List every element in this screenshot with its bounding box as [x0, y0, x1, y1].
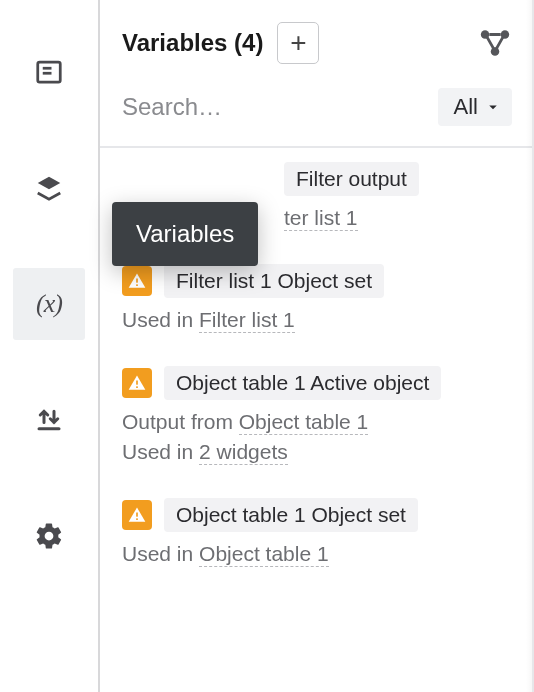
variable-item[interactable]: Object table 1 Object set Used in Object… [122, 484, 512, 586]
gear-icon [34, 521, 64, 551]
filter-label: All [454, 94, 478, 120]
variable-meta: ter list 1 [284, 206, 512, 230]
variables-list: Filter list 1 Filter outputFilter output… [100, 148, 534, 586]
variable-name: Filter list 1 Filter outputFilter output [284, 162, 419, 196]
variable-name: Filter list 1 Object set [164, 264, 384, 298]
svg-rect-9 [136, 279, 138, 283]
variable-meta: Used in Object table 1 [122, 542, 512, 566]
variable-item[interactable]: Filter list 1 Object set Used in Filter … [122, 250, 512, 352]
graph-icon [478, 26, 512, 60]
variable-name: Object table 1 Active object [164, 366, 441, 400]
variable-meta: Used in 2 widgets [122, 440, 512, 464]
panel-header: Variables (4) + [100, 0, 534, 80]
filter-dropdown[interactable]: All [438, 88, 512, 126]
meta-link[interactable]: Filter list 1 [199, 308, 295, 333]
scrollbar-track[interactable] [526, 0, 534, 692]
warning-icon [122, 368, 152, 398]
svg-rect-10 [136, 284, 138, 286]
import-export-icon [34, 405, 64, 435]
plus-icon: + [290, 29, 306, 57]
variable-meta: Output from Object table 1 [122, 410, 512, 434]
variable-meta: Used in Filter list 1 [122, 308, 512, 332]
svg-rect-11 [136, 381, 138, 385]
svg-rect-14 [136, 518, 138, 520]
rail-item-settings[interactable] [13, 500, 85, 572]
chevron-down-icon [484, 98, 502, 116]
variable-name: Object table 1 Object set [164, 498, 418, 532]
variables-panel: Variables (4) + All [100, 0, 534, 692]
meta-link[interactable]: 2 widgets [199, 440, 288, 465]
search-input[interactable] [122, 93, 424, 121]
dependency-graph-button[interactable] [478, 26, 512, 60]
warning-icon [122, 266, 152, 296]
rail-item-variables[interactable]: (x) [13, 268, 85, 340]
meta-link[interactable]: Object table 1 [199, 542, 329, 567]
layers-icon [34, 173, 64, 203]
svg-rect-12 [136, 386, 138, 388]
rail-item-import-export[interactable] [13, 384, 85, 456]
rail-item-layers[interactable] [13, 152, 85, 224]
variable-item[interactable]: Object table 1 Active object Output from… [122, 352, 512, 484]
meta-link[interactable]: ter list 1 [284, 206, 358, 231]
variable-item[interactable]: Filter list 1 Filter outputFilter output… [122, 148, 512, 250]
add-variable-button[interactable]: + [277, 22, 319, 64]
warning-icon [122, 500, 152, 530]
panel-title: Variables (4) [122, 29, 263, 57]
rail-item-templates[interactable] [13, 36, 85, 108]
svg-rect-13 [136, 513, 138, 517]
meta-link[interactable]: Object table 1 [239, 410, 369, 435]
page-icon [34, 57, 64, 87]
sidebar-rail: (x) [0, 0, 100, 692]
search-row: All [100, 80, 534, 146]
variables-icon: (x) [36, 289, 62, 319]
